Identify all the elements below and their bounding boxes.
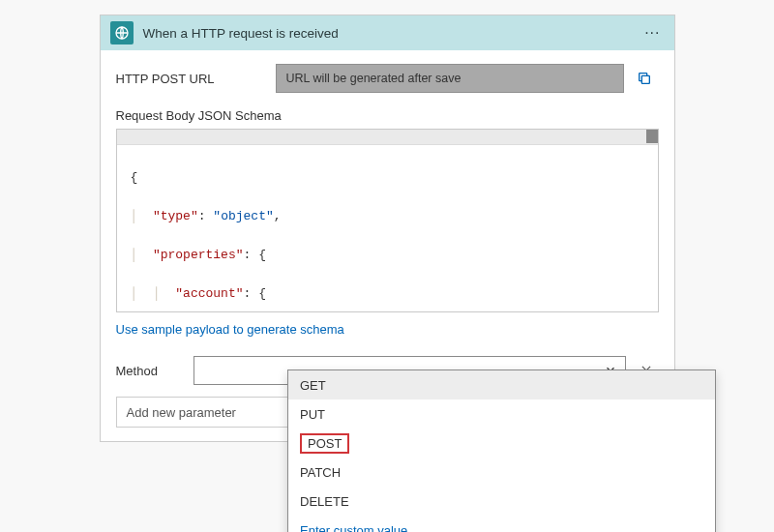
schema-code[interactable]: { │ "type": "object", │ "properties": { …: [117, 145, 658, 312]
method-option-post[interactable]: POST: [288, 429, 715, 458]
http-post-url-row: HTTP POST URL URL will be generated afte…: [116, 64, 659, 93]
copy-url-button[interactable]: [630, 64, 659, 93]
add-new-parameter-label: Add new parameter: [127, 405, 236, 420]
schema-editor[interactable]: { │ "type": "object", │ "properties": { …: [116, 129, 659, 312]
method-dropdown: GET PUT POST PATCH DELETE Enter custom v…: [287, 369, 716, 532]
card-menu-button[interactable]: ···: [640, 24, 664, 42]
method-option-put[interactable]: PUT: [288, 399, 715, 429]
schema-label: Request Body JSON Schema: [116, 108, 659, 123]
http-request-icon: [110, 21, 134, 44]
http-post-url-value: URL will be generated after save: [286, 72, 461, 85]
method-option-patch[interactable]: PATCH: [288, 458, 715, 487]
method-option-get[interactable]: GET: [288, 370, 715, 399]
svg-rect-1: [641, 75, 649, 83]
schema-editor-scrollbar-top[interactable]: [117, 130, 658, 145]
method-label: Method: [116, 364, 194, 378]
method-option-custom[interactable]: Enter custom value: [288, 516, 715, 532]
method-option-delete[interactable]: DELETE: [288, 487, 715, 516]
use-sample-payload-link[interactable]: Use sample payload to generate schema: [116, 322, 344, 337]
http-post-url-field: URL will be generated after save: [276, 64, 624, 93]
http-post-url-label: HTTP POST URL: [116, 72, 276, 86]
card-header: When a HTTP request is received ···: [101, 15, 674, 50]
card-title: When a HTTP request is received: [143, 26, 641, 41]
